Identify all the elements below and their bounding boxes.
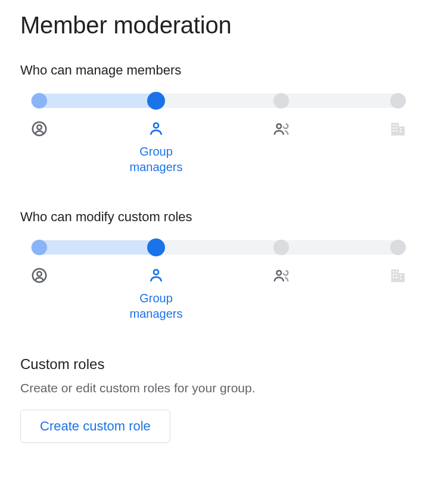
option-group-members[interactable] [242, 267, 320, 287]
slider-stop-3[interactable] [390, 93, 406, 109]
svg-rect-20 [393, 271, 394, 273]
svg-rect-8 [393, 128, 394, 129]
slider-stop-2[interactable] [273, 240, 289, 255]
person-icon [147, 267, 165, 287]
slider-stop-2[interactable] [273, 93, 289, 109]
slider-track[interactable] [31, 239, 406, 256]
option-group-managers[interactable]: Group managers [117, 267, 195, 321]
svg-rect-4 [391, 123, 399, 135]
svg-rect-23 [396, 274, 397, 276]
owner-icon [30, 120, 48, 140]
svg-rect-27 [400, 278, 402, 280]
svg-rect-26 [400, 275, 402, 277]
svg-point-1 [37, 125, 42, 130]
svg-rect-6 [393, 125, 394, 126]
svg-rect-18 [391, 269, 399, 282]
slider-label: Who can modify custom roles [20, 209, 428, 225]
slider-stop-0[interactable] [32, 240, 47, 255]
svg-rect-13 [400, 131, 402, 133]
svg-rect-22 [393, 274, 394, 276]
svg-point-17 [276, 271, 281, 275]
people-icon [272, 120, 290, 140]
svg-rect-21 [396, 271, 397, 273]
option-label: Group managers [117, 290, 195, 321]
svg-rect-7 [396, 125, 397, 126]
org-icon [389, 267, 407, 287]
svg-point-15 [37, 272, 42, 277]
custom-roles-section: Custom roles Create or edit custom roles… [20, 356, 428, 443]
option-organization[interactable] [359, 120, 437, 140]
slider-track[interactable] [31, 92, 406, 109]
slider-option-row: Group managers [31, 120, 406, 179]
org-icon [389, 120, 407, 140]
person-icon [147, 120, 165, 140]
svg-rect-24 [393, 277, 394, 279]
slider-stop-3[interactable] [390, 240, 406, 255]
slider-stop-1-active[interactable] [147, 238, 165, 256]
svg-point-2 [154, 123, 158, 128]
slider-option-row: Group managers [31, 267, 406, 326]
custom-roles-heading: Custom roles [20, 356, 428, 373]
svg-rect-12 [400, 128, 402, 130]
svg-rect-11 [396, 131, 397, 132]
option-owner[interactable] [1, 267, 78, 287]
svg-rect-9 [396, 128, 397, 129]
svg-point-16 [154, 269, 158, 274]
custom-roles-description: Create or edit custom roles for your gro… [20, 381, 428, 395]
svg-point-3 [276, 124, 281, 129]
slider-stop-0[interactable] [32, 93, 47, 109]
slider-track-fill [31, 94, 160, 108]
people-icon [272, 267, 290, 287]
owner-icon [30, 267, 48, 287]
permission-slider-manage-members: Who can manage members Group managers [20, 63, 428, 179]
svg-rect-25 [396, 277, 397, 279]
option-owner[interactable] [1, 120, 78, 140]
option-label: Group managers [117, 144, 195, 175]
permission-slider-modify-custom-roles: Who can modify custom roles Group manage… [20, 209, 428, 326]
create-custom-role-button[interactable]: Create custom role [20, 410, 170, 443]
slider-label: Who can manage members [20, 63, 428, 78]
option-organization[interactable] [359, 267, 437, 287]
option-group-members[interactable] [242, 120, 320, 140]
slider-track-fill [31, 240, 160, 255]
slider-stop-1-active[interactable] [147, 92, 165, 110]
page-title: Member moderation [20, 12, 428, 39]
svg-rect-10 [393, 131, 394, 132]
option-group-managers[interactable]: Group managers [117, 120, 195, 175]
